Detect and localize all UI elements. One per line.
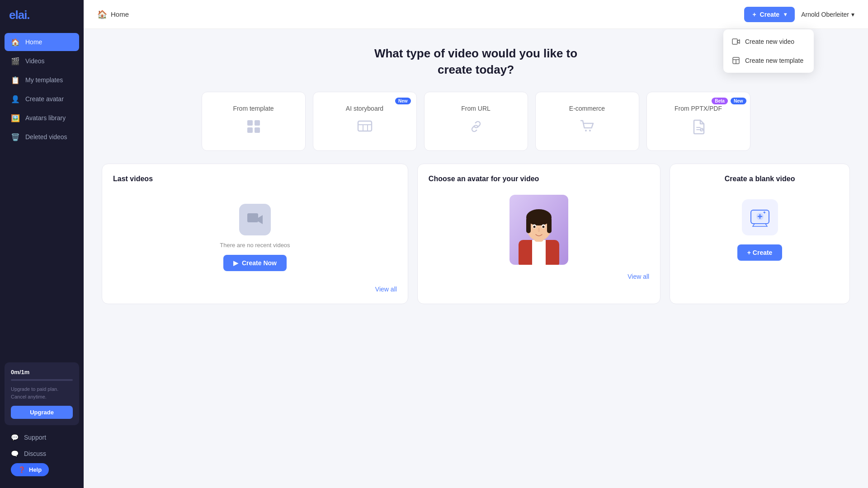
sidebar-nav: 🏠 Home 🎬 Videos 📋 My templates 👤 Create … bbox=[0, 33, 84, 362]
video-icon: 🎬 bbox=[11, 56, 20, 66]
main-content: 🏠 Home + Create ▾ Arnold Oberleiter ▾ bbox=[84, 0, 868, 488]
avatar-figure bbox=[509, 195, 568, 265]
vtype-card-from-url[interactable]: From URL bbox=[424, 92, 528, 151]
usage-card: 0m/1m Upgrade to paid plan. Cancel anyti… bbox=[5, 362, 79, 425]
upgrade-button[interactable]: Upgrade bbox=[11, 406, 73, 419]
user-menu-button[interactable]: Arnold Oberleiter ▾ bbox=[801, 11, 854, 18]
usage-bar bbox=[11, 379, 73, 381]
cart-icon bbox=[579, 118, 595, 138]
sidebar-item-label: Avatars library bbox=[25, 114, 66, 122]
choose-avatar-card: Choose an avatar for your video bbox=[417, 164, 660, 304]
chevron-down-icon: ▾ bbox=[784, 11, 787, 18]
app-logo: elai. bbox=[0, 0, 84, 33]
svg-point-12 bbox=[585, 130, 587, 131]
vtype-card-from-template[interactable]: From template bbox=[202, 92, 306, 151]
trash-icon: 🗑️ bbox=[11, 132, 20, 141]
create-now-icon: ▶ bbox=[233, 259, 238, 267]
svg-point-13 bbox=[589, 130, 591, 131]
no-videos-icon bbox=[239, 204, 271, 235]
create-now-label: Create Now bbox=[242, 259, 277, 267]
last-videos-title: Last videos bbox=[113, 175, 397, 183]
sidebar-item-home[interactable]: 🏠 Home bbox=[5, 33, 79, 51]
avatar-card-bottom: View all bbox=[429, 273, 649, 280]
help-icon: ❓ bbox=[18, 466, 25, 473]
avatar-icon: 👤 bbox=[11, 94, 20, 103]
sidebar-item-label: Home bbox=[25, 38, 42, 46]
sidebar-item-discuss[interactable]: 🗨️ Discuss bbox=[5, 446, 79, 461]
svg-rect-5 bbox=[255, 120, 260, 126]
grid-icon bbox=[245, 118, 262, 138]
svg-rect-17 bbox=[247, 213, 258, 222]
help-label: Help bbox=[29, 466, 42, 473]
blank-video-icon bbox=[742, 199, 778, 235]
create-button[interactable]: + Create ▾ bbox=[744, 7, 795, 22]
create-template-icon bbox=[731, 56, 741, 65]
sidebar-item-support[interactable]: 💬 Support bbox=[5, 430, 79, 445]
dropdown-item-create-video[interactable]: Create new video bbox=[723, 32, 814, 51]
sidebar-item-label: Videos bbox=[25, 57, 45, 65]
sidebar-item-label: Discuss bbox=[24, 450, 46, 457]
vtype-label: From PPTX/PDF bbox=[675, 105, 722, 112]
templates-icon: 📋 bbox=[11, 75, 20, 84]
vtype-label: From template bbox=[233, 105, 274, 112]
home-icon: 🏠 bbox=[11, 38, 20, 47]
badge-wrap: Beta New bbox=[712, 98, 746, 104]
sidebar-item-label: Create avatar bbox=[25, 95, 64, 103]
dropdown-item-label: Create new template bbox=[745, 57, 803, 64]
sidebar-item-videos[interactable]: 🎬 Videos bbox=[5, 52, 79, 70]
choose-avatar-title: Choose an avatar for your video bbox=[429, 175, 649, 183]
last-videos-view-all[interactable]: View all bbox=[113, 286, 397, 293]
vtype-card-ai-storyboard[interactable]: New AI storyboard bbox=[313, 92, 417, 151]
svg-point-29 bbox=[533, 225, 536, 228]
sidebar-item-avatars-library[interactable]: 🖼️ Avatars library bbox=[5, 109, 79, 127]
no-videos-text: There are no recent videos bbox=[220, 242, 290, 249]
dropdown-item-create-template[interactable]: Create new template bbox=[723, 51, 814, 70]
file-icon bbox=[690, 118, 707, 138]
sidebar-item-create-avatar[interactable]: 👤 Create avatar bbox=[5, 90, 79, 108]
create-label: Create bbox=[760, 11, 780, 18]
blank-create-label: + Create bbox=[747, 249, 773, 256]
beta-badge: Beta bbox=[712, 98, 728, 104]
support-icon: 💬 bbox=[11, 434, 19, 441]
link-icon bbox=[468, 118, 484, 138]
sidebar-item-my-templates[interactable]: 📋 My templates bbox=[5, 71, 79, 89]
breadcrumb-text: Home bbox=[111, 10, 129, 18]
storyboard-icon bbox=[357, 118, 373, 138]
vtype-label: From URL bbox=[461, 105, 491, 112]
sidebar-item-label: Support bbox=[24, 434, 46, 441]
help-button[interactable]: ❓ Help bbox=[11, 463, 49, 476]
dropdown-item-label: Create new video bbox=[745, 38, 794, 45]
svg-rect-21 bbox=[532, 240, 546, 265]
blank-video-create-button[interactable]: + Create bbox=[737, 244, 783, 261]
bottom-grid: Last videos There are no recent videos ▶… bbox=[102, 164, 850, 304]
sidebar-item-deleted-videos[interactable]: 🗑️ Deleted videos bbox=[5, 128, 79, 146]
header-home-icon: 🏠 bbox=[97, 9, 107, 19]
library-icon: 🖼️ bbox=[11, 113, 20, 122]
create-plus-icon: + bbox=[752, 11, 756, 18]
new-badge-pptx: New bbox=[731, 98, 746, 104]
sidebar-item-label: Deleted videos bbox=[25, 133, 67, 141]
header: 🏠 Home + Create ▾ Arnold Oberleiter ▾ bbox=[84, 0, 868, 29]
last-videos-card: Last videos There are no recent videos ▶… bbox=[102, 164, 408, 304]
user-chevron-icon: ▾ bbox=[851, 11, 854, 18]
svg-rect-0 bbox=[732, 39, 737, 44]
avatar-view-all[interactable]: View all bbox=[627, 273, 649, 280]
user-name: Arnold Oberleiter bbox=[801, 11, 849, 18]
svg-rect-6 bbox=[247, 127, 253, 133]
page-content: What type of video would you like to cre… bbox=[84, 29, 868, 488]
breadcrumb: 🏠 Home bbox=[97, 9, 129, 19]
vtype-card-ecommerce[interactable]: E-commerce bbox=[535, 92, 639, 151]
sidebar-bottom: 0m/1m Upgrade to paid plan. Cancel anyti… bbox=[0, 362, 84, 488]
blank-video-title: Create a blank video bbox=[681, 175, 839, 183]
usage-label: 0m/1m bbox=[11, 369, 73, 375]
video-type-cards: From template New AI storyboard bbox=[102, 92, 850, 151]
vtype-card-from-pptx[interactable]: Beta New From PPTX/PDF bbox=[646, 92, 750, 151]
blank-video-content: + Create bbox=[681, 190, 839, 261]
discuss-icon: 🗨️ bbox=[11, 450, 19, 457]
create-now-button[interactable]: ▶ Create Now bbox=[223, 255, 287, 271]
svg-rect-8 bbox=[358, 121, 372, 131]
vtype-label: AI storyboard bbox=[346, 105, 383, 112]
svg-rect-7 bbox=[255, 127, 260, 133]
create-dropdown-menu: Create new video Create new template bbox=[723, 29, 814, 73]
vtype-label: E-commerce bbox=[569, 105, 605, 112]
